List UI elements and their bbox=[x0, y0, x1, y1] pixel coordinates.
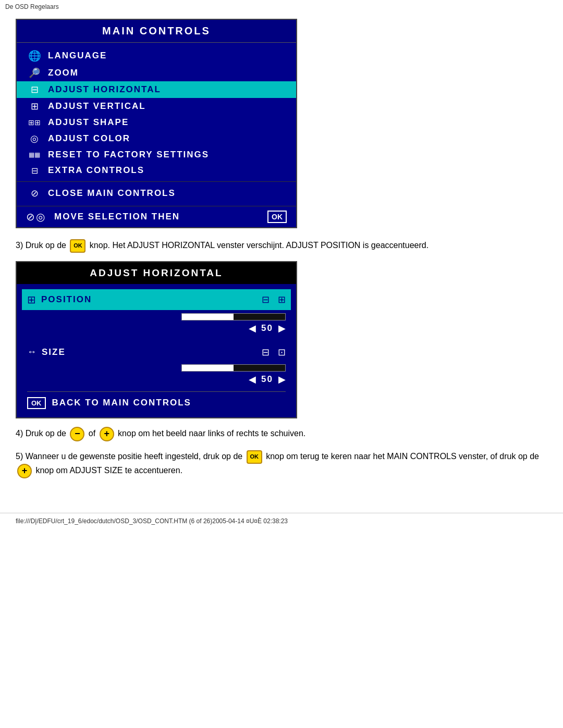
size-slider-fill bbox=[182, 365, 234, 371]
adjust-vertical-label: ADJUST VERTICAL bbox=[48, 101, 146, 112]
adjust-shape-label: ADJUST SHAPE bbox=[48, 117, 129, 128]
position-label: POSITION bbox=[41, 294, 104, 305]
spacer-1 bbox=[27, 337, 286, 342]
back-ok-box: OK bbox=[27, 397, 46, 409]
position-slider-controls: ◀ 50 ▶ bbox=[249, 323, 286, 334]
extra-icon: ⊟ bbox=[26, 166, 43, 176]
menu-item-language[interactable]: 🌐 LANGUAGE bbox=[17, 47, 296, 65]
minus-button-inline: − bbox=[70, 427, 84, 441]
footer-icon-circle: ⊘ bbox=[26, 211, 35, 223]
menu-item-adjust-color[interactable]: ◎ ADJUST COLOR bbox=[17, 130, 296, 147]
main-controls-menu: MAIN CONTROLS 🌐 LANGUAGE 🔎 ZOOM ⊟ ADJUST… bbox=[16, 19, 297, 228]
language-icon: 🌐 bbox=[26, 50, 43, 62]
paragraph-4: 4) Druk op de − of + knop om het beeld n… bbox=[16, 427, 547, 441]
menu-item-zoom[interactable]: 🔎 ZOOM bbox=[17, 65, 296, 81]
menu-item-extra[interactable]: ⊟ EXTRA CONTROLS bbox=[17, 163, 296, 178]
reset-icon: ▦▦ bbox=[26, 151, 43, 158]
size-value: 50 bbox=[261, 374, 273, 385]
size-slider-controls: ◀ 50 ▶ bbox=[249, 374, 286, 385]
page-footer: file:///D|/EDFU/crt_19_6/edoc/dutch/OSD_… bbox=[0, 513, 563, 529]
menu-item-adjust-horizontal[interactable]: ⊟ ADJUST HORIZONTAL bbox=[17, 81, 296, 98]
back-row[interactable]: OK BACK TO MAIN CONTROLS bbox=[27, 391, 286, 412]
zoom-icon: 🔎 bbox=[26, 67, 43, 79]
plus-button-inline-1: + bbox=[100, 427, 114, 441]
plus-button-inline-2: + bbox=[17, 464, 32, 478]
menu-footer: ⊘ ◎ MOVE SELECTION THEN OK bbox=[17, 206, 296, 227]
position-ctrl-left: ⊟ bbox=[262, 294, 270, 305]
footer-ok-box: OK bbox=[267, 211, 287, 223]
adjust-shape-icon: ⊞⊞ bbox=[26, 118, 43, 127]
adjust-horizontal-title: ADJUST HORIZONTAL bbox=[17, 262, 296, 284]
position-slider-fill bbox=[182, 314, 234, 320]
extra-label: EXTRA CONTROLS bbox=[48, 165, 144, 176]
size-row[interactable]: ↔ SIZE ⊟ ⊡ bbox=[27, 342, 286, 362]
position-row[interactable]: ⊞ POSITION ⊟ ⊞ bbox=[22, 289, 291, 310]
size-arrow-right[interactable]: ▶ bbox=[278, 374, 286, 385]
adjust-color-label: ADJUST COLOR bbox=[48, 133, 130, 144]
zoom-label: ZOOM bbox=[48, 68, 79, 78]
adjust-horizontal-panel: ADJUST HORIZONTAL ⊞ POSITION ⊟ ⊞ ◀ 50 ▶ bbox=[16, 261, 297, 418]
position-slider-area: ◀ 50 ▶ bbox=[27, 310, 286, 337]
back-label: BACK TO MAIN CONTROLS bbox=[52, 398, 191, 408]
menu-items-list: 🌐 LANGUAGE 🔎 ZOOM ⊟ ADJUST HORIZONTAL ⊞ … bbox=[17, 43, 296, 206]
size-arrow-left[interactable]: ◀ bbox=[249, 374, 256, 385]
close-label: CLOSE MAIN CONTROLS bbox=[48, 188, 176, 199]
language-label: LANGUAGE bbox=[48, 51, 107, 61]
main-controls-title: MAIN CONTROLS bbox=[17, 20, 296, 43]
position-icon: ⊞ bbox=[27, 293, 36, 306]
ok-button-inline-1: OK bbox=[70, 239, 85, 253]
footer-icon-circle2: ◎ bbox=[36, 211, 45, 223]
menu-item-reset[interactable]: ▦▦ RESET TO FACTORY SETTINGS bbox=[17, 147, 296, 163]
close-icon: ⊘ bbox=[26, 188, 43, 199]
size-ctrl-right: ⊡ bbox=[278, 347, 286, 358]
menu-item-adjust-vertical[interactable]: ⊞ ADJUST VERTICAL bbox=[17, 98, 296, 115]
adjust-horizontal-label: ADJUST HORIZONTAL bbox=[48, 84, 161, 95]
paragraph-5: 5) Wanneer u de gewenste positie heeft i… bbox=[16, 450, 547, 478]
footer-icons: ⊘ ◎ bbox=[26, 211, 45, 223]
adjust-body: ⊞ POSITION ⊟ ⊞ ◀ 50 ▶ ↔ bbox=[17, 284, 296, 417]
adjust-vertical-icon: ⊞ bbox=[26, 101, 43, 112]
size-ctrl-left: ⊟ bbox=[262, 347, 270, 358]
adjust-color-icon: ◎ bbox=[26, 133, 43, 144]
adjust-horizontal-icon: ⊟ bbox=[26, 84, 43, 95]
menu-item-adjust-shape[interactable]: ⊞⊞ ADJUST SHAPE bbox=[17, 115, 296, 130]
position-ctrl-right: ⊞ bbox=[278, 294, 286, 305]
position-value: 50 bbox=[261, 323, 273, 334]
position-slider-bar bbox=[181, 313, 286, 320]
reset-label: RESET TO FACTORY SETTINGS bbox=[48, 150, 209, 160]
position-arrow-right[interactable]: ▶ bbox=[278, 323, 286, 334]
size-icon: ↔ bbox=[27, 347, 36, 357]
ok-button-inline-2: OK bbox=[247, 450, 262, 464]
paragraph-3: 3) Druk op de OK knop. Het ADJUST HORIZO… bbox=[16, 239, 547, 253]
size-slider-bar bbox=[181, 364, 286, 372]
footer-label: MOVE SELECTION THEN bbox=[54, 212, 267, 222]
menu-divider bbox=[17, 181, 296, 182]
position-arrow-left[interactable]: ◀ bbox=[249, 323, 256, 334]
size-slider-area: ◀ 50 ▶ bbox=[27, 362, 286, 387]
menu-item-close[interactable]: ⊘ CLOSE MAIN CONTROLS bbox=[17, 185, 296, 202]
size-label: SIZE bbox=[42, 347, 104, 357]
page-header: De OSD Regelaars bbox=[0, 0, 563, 14]
